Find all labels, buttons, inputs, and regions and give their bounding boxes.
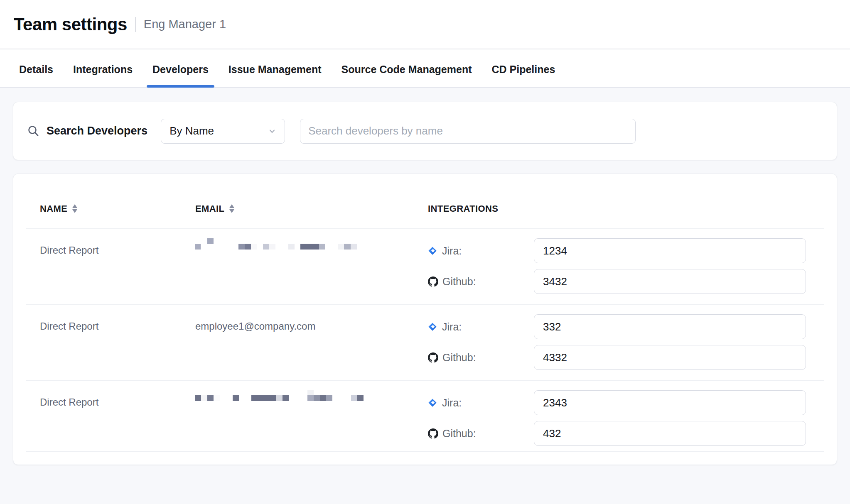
tab-issue-management[interactable]: Issue Management bbox=[228, 52, 322, 87]
team-settings-page: Team settings Eng Manager 1 Details Inte… bbox=[0, 0, 850, 504]
tab-details[interactable]: Details bbox=[19, 52, 53, 87]
github-label: Github: bbox=[442, 352, 476, 364]
team-name: Eng Manager 1 bbox=[144, 17, 226, 31]
redacted-email bbox=[195, 238, 370, 251]
developer-email: employee1@company.com bbox=[195, 314, 428, 380]
github-id-input[interactable] bbox=[534, 421, 806, 446]
tab-developers[interactable]: Developers bbox=[152, 52, 209, 87]
developer-name: Direct Report bbox=[40, 390, 195, 452]
sort-icon[interactable] bbox=[72, 204, 78, 213]
table-header-row: NAME EMAIL INTEGRATIONS bbox=[13, 174, 837, 228]
jira-label: Jira: bbox=[442, 397, 462, 409]
tab-cd-pipelines[interactable]: CD Pipelines bbox=[492, 52, 555, 87]
search-input[interactable] bbox=[300, 119, 636, 144]
table-row: Direct Report Jira: bbox=[13, 381, 837, 451]
table-row: Direct Report employee1@company.com Jira… bbox=[13, 305, 837, 380]
github-label: Github: bbox=[442, 428, 476, 440]
jira-icon bbox=[428, 322, 437, 331]
column-header-name[interactable]: NAME bbox=[40, 203, 195, 214]
jira-label: Jira: bbox=[442, 321, 462, 333]
search-input-wrap bbox=[300, 119, 636, 144]
table-row: Direct Report bbox=[13, 229, 837, 304]
developer-name: Direct Report bbox=[40, 238, 195, 304]
sort-icon[interactable] bbox=[229, 204, 235, 213]
search-icon bbox=[27, 125, 39, 137]
github-id-input[interactable] bbox=[534, 269, 806, 294]
jira-id-input[interactable] bbox=[534, 390, 806, 415]
redacted-email bbox=[195, 390, 370, 403]
jira-id-input[interactable] bbox=[534, 238, 806, 263]
search-card: Search Developers By Name bbox=[13, 102, 837, 160]
github-id-input[interactable] bbox=[534, 345, 806, 370]
page-header: Team settings Eng Manager 1 bbox=[0, 0, 850, 49]
jira-icon bbox=[428, 398, 437, 407]
github-icon bbox=[428, 352, 438, 363]
github-label: Github: bbox=[442, 276, 476, 288]
column-header-integrations: INTEGRATIONS bbox=[428, 203, 806, 214]
github-icon bbox=[428, 276, 438, 287]
search-filter-select[interactable]: By Name bbox=[161, 119, 285, 144]
jira-label: Jira: bbox=[442, 245, 462, 257]
github-icon bbox=[428, 428, 438, 439]
developer-name: Direct Report bbox=[40, 314, 195, 380]
page-title: Team settings bbox=[14, 15, 127, 34]
column-header-email[interactable]: EMAIL bbox=[195, 203, 428, 214]
tab-source-code-management[interactable]: Source Code Management bbox=[341, 52, 472, 87]
jira-id-input[interactable] bbox=[534, 314, 806, 339]
chevron-down-icon bbox=[268, 127, 276, 135]
tab-bar: Details Integrations Developers Issue Ma… bbox=[0, 49, 850, 88]
tab-integrations[interactable]: Integrations bbox=[73, 52, 133, 87]
search-developers-label: Search Developers bbox=[47, 125, 147, 137]
jira-icon bbox=[428, 246, 437, 255]
filter-selected-value: By Name bbox=[170, 125, 268, 137]
title-separator bbox=[135, 17, 136, 32]
developers-table-card: NAME EMAIL INTEGRATIONS Direct Report bbox=[13, 174, 837, 465]
